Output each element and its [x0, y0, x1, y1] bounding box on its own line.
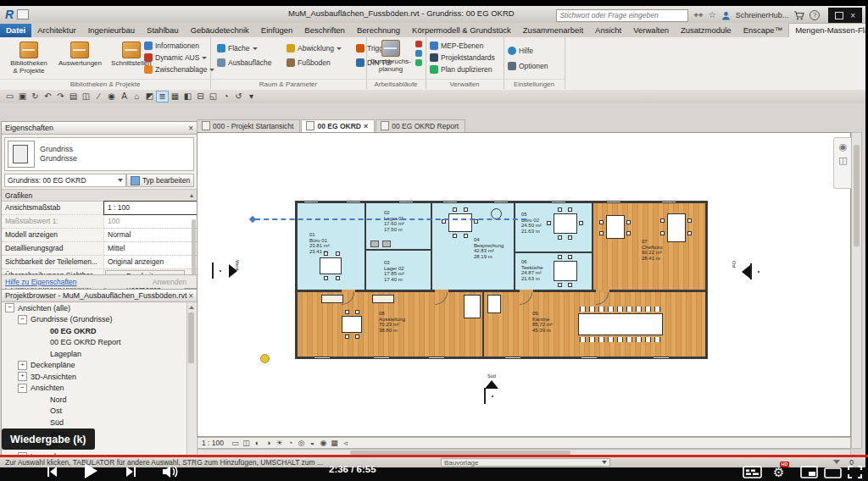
tree-item[interactable]: 00 EG OKRD Report	[2, 337, 197, 349]
tree-item[interactable]: − Ansichten	[2, 383, 197, 395]
reference-plane-line[interactable]	[255, 218, 526, 220]
sofa-icon[interactable]	[321, 295, 343, 303]
ribbon-tab[interactable]: Architektur	[31, 24, 81, 37]
qat-icon[interactable]: ↷	[54, 91, 67, 102]
properties-help-link[interactable]: Hilfe zu Eigenschaften	[5, 278, 77, 286]
ribbon-tab[interactable]: Datei	[0, 24, 31, 37]
drawing-canvas[interactable]: 01Büro 01 23.81 m²23.41 m 02Lager 01 17.…	[197, 132, 851, 437]
window[interactable]	[399, 201, 413, 203]
favorites-star-icon[interactable]: ☆	[709, 10, 716, 20]
tree-item[interactable]: + 3D-Ansichten	[2, 371, 197, 383]
ribbon-tab[interactable]: Stahlbau	[141, 24, 185, 37]
ribbon-small-button[interactable]: Fußboden	[285, 57, 354, 69]
floor-plan[interactable]: 01Büro 01 23.81 m²23.41 m 02Lager 01 17.…	[295, 201, 708, 359]
close-window-icon[interactable]: ×	[850, 11, 855, 20]
qat-icon[interactable]: ↺	[232, 91, 245, 102]
ribbon-small-button[interactable]: Ausbaufläche	[215, 57, 285, 69]
qat-icon[interactable]: ∕	[92, 91, 105, 102]
view-control-icon[interactable]: ◒	[307, 439, 318, 447]
window[interactable]	[304, 201, 318, 203]
tree-expander-icon[interactable]: −	[5, 303, 14, 312]
ribbon-small-button[interactable]: MEP-Ebenen	[428, 40, 495, 52]
window[interactable]	[607, 201, 620, 203]
ribbon-tab[interactable]: Mengen-Massen-Flächen	[788, 23, 865, 37]
search-binoculars-icon[interactable]: ⌖⌖	[693, 10, 703, 20]
window[interactable]	[374, 357, 389, 359]
reference-grip-icon[interactable]	[249, 216, 256, 223]
tree-item[interactable]: + Deckenpläne	[2, 360, 197, 372]
ribbon-tab[interactable]: Berechnung	[351, 24, 406, 37]
close-icon[interactable]: ×	[188, 124, 193, 133]
tree-expander-icon[interactable]	[39, 350, 47, 357]
ribbon-tab[interactable]: Beschriften	[298, 24, 351, 37]
ribbon-tab[interactable]: Zusatzmodule	[675, 24, 737, 37]
qat-icon[interactable]: ▾	[245, 91, 258, 102]
previous-button[interactable]	[44, 465, 59, 481]
tree-expander-icon[interactable]	[39, 407, 47, 415]
view-control-icon[interactable]: ◉	[318, 439, 329, 447]
close-tab-icon[interactable]: ×	[364, 122, 368, 130]
collapse-icon[interactable]: ▴	[190, 191, 193, 199]
property-row[interactable]: Maßstabswert 1: 100	[2, 215, 197, 229]
workset-dropdown[interactable]: Bauvorlage	[441, 458, 610, 467]
view-tab[interactable]: 00 EG OKRD Report	[376, 119, 465, 132]
window[interactable]	[581, 357, 597, 359]
qat-icon[interactable]: ◧	[181, 91, 194, 102]
room-buero-01[interactable]: 01Büro 01 23.81 m²23.41 m	[298, 203, 365, 290]
ribbon-tab[interactable]: Verwalten	[627, 24, 675, 37]
window[interactable]	[314, 357, 330, 359]
subtitles-icon[interactable]	[743, 466, 762, 481]
sofa-icon[interactable]	[372, 295, 394, 303]
ribbon-small-button[interactable]: Plan duplizieren	[428, 64, 495, 75]
window[interactable]	[662, 201, 676, 203]
ribbon-tab[interactable]: Zusammenarbeit	[517, 24, 589, 37]
zoom-tool-icon[interactable]: ◫	[838, 156, 847, 164]
steering-wheel-icon[interactable]: ◉	[839, 142, 848, 151]
tree-expander-icon[interactable]	[39, 339, 47, 346]
qat-icon[interactable]: A	[118, 91, 131, 102]
ribbon-small-button[interactable]: Fläche	[215, 42, 285, 54]
window[interactable]	[443, 201, 457, 203]
ribbon-small-button[interactable]: Dynamic AUS	[142, 52, 214, 64]
qat-icon[interactable]: ⊟	[194, 91, 207, 102]
view-control-icon[interactable]: ▦	[329, 439, 340, 447]
room-besprechung[interactable]: 04Besprechung 42.83 m²28.19 m	[431, 203, 515, 290]
room-lager-01[interactable]: 02Lager 01 17.60 m²17.50 m	[365, 203, 431, 250]
browser-scrollbar[interactable]	[186, 302, 196, 462]
window[interactable]	[552, 201, 565, 203]
tree-item[interactable]: Ost	[2, 406, 197, 417]
view-control-icon[interactable]: ◐	[252, 439, 263, 447]
ribbon-small-button[interactable]: Projektstandards	[428, 52, 495, 64]
survey-point-icon[interactable]	[260, 354, 270, 363]
volume-icon[interactable]	[161, 465, 180, 481]
miniplayer-icon[interactable]	[800, 466, 818, 481]
durchbruch-button[interactable]: Durchbruchs- planung	[367, 39, 415, 73]
tree-item[interactable]: 00 EG OKRD	[2, 325, 197, 337]
elevation-marker-west[interactable]: West	[212, 263, 214, 279]
tree-expander-icon[interactable]: +	[18, 372, 27, 381]
vertical-scrollbar[interactable]	[851, 132, 862, 449]
tree-item[interactable]: Lageplan	[2, 348, 197, 360]
tree-expander-icon[interactable]: −	[18, 384, 27, 393]
ribbon-big-button[interactable]: Bibliotheken& Projekte	[5, 41, 53, 75]
qat-icon[interactable]: ↶	[42, 91, 54, 102]
account-icon[interactable]	[721, 11, 731, 20]
ribbon-small-button[interactable]: Informationen	[142, 40, 214, 52]
ribbon-big-button[interactable]: Auswertungen	[56, 41, 103, 67]
qat-icon[interactable]: ▤	[67, 91, 80, 102]
view-control-icon[interactable]: ◫	[241, 439, 252, 447]
type-selector[interactable]: Grundriss Grundrisse	[4, 137, 194, 171]
ribbon-small-button[interactable]: Abwicklung	[285, 42, 354, 54]
property-row[interactable]: Modell anzeigen Normal	[2, 229, 197, 242]
elevation-marker-sued[interactable]: Süd	[484, 389, 486, 404]
chair-row-icon[interactable]	[580, 307, 661, 312]
type-dropdown[interactable]: Grundriss: 00 EG OKRD	[4, 174, 126, 187]
ribbon-tab[interactable]: Ansicht	[589, 24, 627, 37]
elevation-marker-ost[interactable]: Ost	[750, 264, 752, 279]
view-control-icon[interactable]: ◑	[263, 439, 274, 447]
chair-row-icon[interactable]	[580, 337, 661, 342]
tree-expander-icon[interactable]	[39, 418, 47, 426]
tree-expander-icon[interactable]	[39, 327, 47, 334]
window[interactable]	[505, 357, 520, 359]
help-icon[interactable]: ?	[810, 10, 820, 20]
